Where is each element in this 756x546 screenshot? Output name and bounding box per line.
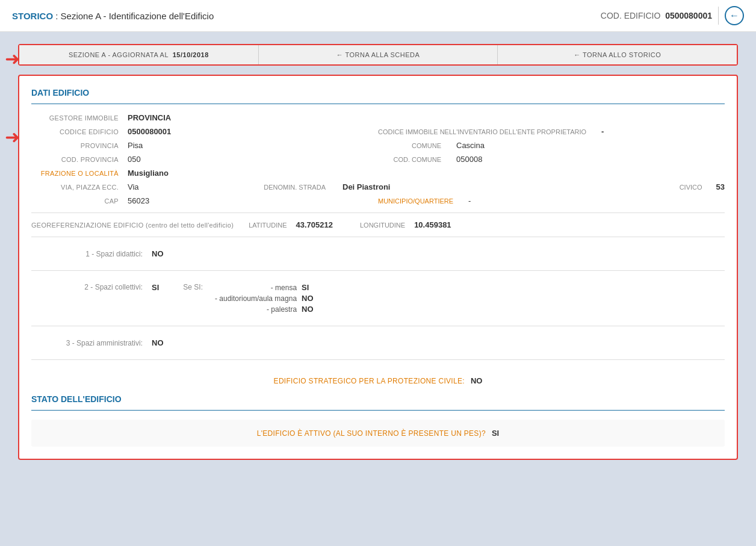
municipio-label: MUNICIPIO/QUARTIERE: [378, 197, 462, 205]
section-divider: [31, 104, 725, 104]
via-value: Via: [128, 182, 139, 191]
top-bar-right: COD. EDIFICIO 0500080001 ←: [601, 6, 744, 25]
denomin-value: Dei Piastroni: [342, 182, 390, 191]
back-icon: ←: [730, 10, 739, 21]
attivo-label: L'EDIFICIO È ATTIVO (AL SUO INTERNO È PR…: [257, 429, 486, 438]
storico-label: STORICO: [12, 11, 53, 21]
municipio-value: -: [468, 196, 471, 205]
cod-provincia-label: COD. PROVINCIA: [31, 156, 128, 163]
torna-storico-btn[interactable]: ← TORNA ALLO STORICO: [497, 45, 737, 64]
auditorium-label: - auditorioum/aula magna: [215, 294, 297, 303]
cod-edificio-label: COD. EDIFICIO: [601, 11, 661, 20]
auditorium-value: NO: [302, 294, 317, 303]
stato-divider: [31, 410, 725, 411]
divider-geo: [31, 213, 725, 213]
page-subtitle: : Sezione A - Identificazione dell'Edifi…: [55, 11, 214, 21]
attivo-value: SI: [492, 429, 499, 438]
vertical-separator: [718, 7, 719, 25]
comune-value: Cascina: [456, 141, 485, 150]
cod-provincia-value: 050: [128, 155, 141, 164]
palestra-value: NO: [302, 305, 317, 314]
comune-right: COMUNE Cascina: [378, 141, 725, 150]
spazi-collettivi-label: 2 - Spazi collettivi:: [31, 283, 152, 291]
attivo-row: L'EDIFICIO È ATTIVO (AL SUO INTERNO È PR…: [31, 420, 725, 447]
cod-comune-value: 050008: [456, 155, 482, 164]
torna-storico-label: ← TORNA ALLO STORICO: [574, 51, 661, 58]
lat-label: LATITUDINE: [249, 222, 287, 229]
dati-edificio-title: DATI EDIFICIO: [31, 88, 725, 98]
gestore-label: GESTORE IMMOBILE: [31, 114, 128, 122]
via-left: VIA, PIAZZA ECC. Via: [31, 182, 262, 191]
frazione-label: FRAZIONE O LOCALITÀ: [31, 170, 128, 177]
frazione-value: Musigliano: [128, 169, 169, 178]
palestra-item: - palestra NO: [267, 305, 317, 314]
sezione-aggiornata-label: SEZIONE A - AGGIORNATA AL: [69, 51, 169, 58]
spazi-amministrativi-label: 3 - Spazi amministrativi:: [31, 339, 152, 347]
codice-edificio-value: 0500080001: [128, 127, 171, 136]
geo-label: GEOREFERENZIAZIONE EDIFICIO (centro del …: [31, 222, 234, 229]
palestra-label: - palestra: [267, 305, 297, 314]
stato-edificio-title: STATO DELL'EDIFICIO: [31, 394, 725, 404]
page-title: STORICO : Sezione A - Identificazione de…: [12, 11, 214, 21]
provincia-row: PROVINCIA Pisa COMUNE Cascina: [31, 141, 725, 150]
via-label: VIA, PIAZZA ECC.: [31, 184, 128, 191]
spazi-collettivi-row: 2 - Spazi collettivi: SI Se SI: - mensa …: [31, 278, 725, 318]
codice-inventario-value: -: [601, 127, 604, 136]
nav-buttons-wrapper: SEZIONE A - AGGIORNATA AL 15/10/2018 ← T…: [18, 44, 738, 66]
main-content: ➜ ➜ SEZIONE A - AGGIORNATA AL 15/10/2018…: [0, 32, 756, 472]
denomin-right: DENOMIN. STRADA Dei Piastroni CIVICO 53: [262, 182, 725, 191]
torna-scheda-label: ← TORNA ALLA SCHEDA: [336, 51, 420, 58]
sezione-aggiornata-btn[interactable]: SEZIONE A - AGGIORNATA AL 15/10/2018: [19, 45, 258, 64]
cod-comune-right: COD. COMUNE 050008: [378, 155, 725, 164]
codice-left: CODICE EDIFICIO 0500080001: [31, 127, 378, 136]
mensa-value: SI: [302, 283, 317, 292]
geo-row: GEOREFERENZIAZIONE EDIFICIO (centro del …: [31, 220, 725, 229]
codice-edificio-label: CODICE EDIFICIO: [31, 128, 128, 135]
stato-edificio-section: STATO DELL'EDIFICIO L'EDIFICIO È ATTIVO …: [31, 394, 725, 447]
lon-label: LONGITUDINE: [360, 222, 405, 229]
spazi-amministrativi-value: NO: [152, 338, 164, 347]
top-bar: STORICO : Sezione A - Identificazione de…: [0, 0, 756, 32]
divider-spazi2: [31, 270, 725, 271]
divider-spazi1: [31, 237, 725, 237]
comune-label: COMUNE: [378, 142, 450, 149]
edificio-strategico-row: EDIFICIO STRATEGICO PER LA PROTEZIONE CI…: [31, 367, 725, 391]
spazi-si-section: Se SI: - mensa SI - auditorioum/aula mag…: [183, 283, 725, 314]
mensa-label: - mensa: [271, 284, 297, 292]
frazione-row: FRAZIONE O LOCALITÀ Musigliano: [31, 169, 725, 178]
lon-value: 10.459381: [414, 220, 451, 229]
lat-value: 43.705212: [296, 220, 333, 229]
edificio-strategico-value: NO: [471, 376, 483, 385]
divider-strategico: [31, 359, 725, 360]
sub-items: - mensa SI - auditorioum/aula magna NO -…: [215, 283, 317, 314]
via-row: VIA, PIAZZA ECC. Via DENOMIN. STRADA Dei…: [31, 182, 725, 191]
cod-provincia-row: COD. PROVINCIA 050 COD. COMUNE 050008: [31, 155, 725, 164]
civico-value: 53: [716, 182, 725, 191]
denomin-label: DENOMIN. STRADA: [262, 184, 335, 191]
se-si-label: Se SI:: [183, 283, 203, 291]
provincia-left: PROVINCIA Pisa: [31, 141, 378, 150]
sezione-date: 15/10/2018: [173, 51, 209, 58]
municipio-right: MUNICIPIO/QUARTIERE -: [378, 196, 725, 205]
cod-edificio-value: 0500080001: [665, 11, 712, 20]
mensa-item: - mensa SI: [271, 283, 317, 292]
torna-scheda-btn[interactable]: ← TORNA ALLA SCHEDA: [258, 45, 498, 64]
cod-provincia-left: COD. PROVINCIA 050: [31, 155, 378, 164]
civico-label: CIVICO: [639, 184, 711, 191]
spazi-collettivi-value: SI: [152, 283, 159, 292]
gestore-value: PROVINCIA: [128, 113, 171, 122]
back-button[interactable]: ←: [725, 6, 744, 25]
auditorium-item: - auditorioum/aula magna NO: [215, 294, 317, 303]
divider-spazi3: [31, 326, 725, 326]
cap-row: CAP 56023 MUNICIPIO/QUARTIERE -: [31, 196, 725, 205]
provincia-label: PROVINCIA: [31, 142, 128, 149]
cap-label: CAP: [31, 197, 128, 205]
spazi-didattici-label: 1 - Spazi didattici:: [31, 250, 152, 258]
provincia-value: Pisa: [128, 141, 143, 150]
codice-right: CODICE IMMOBILE NELL'INVENTARIO DELL'ENT…: [378, 127, 725, 136]
main-card: DATI EDIFICIO GESTORE IMMOBILE PROVINCIA…: [18, 75, 738, 460]
cod-comune-label: COD. COMUNE: [378, 156, 450, 163]
cod-edificio: COD. EDIFICIO 0500080001: [601, 11, 712, 20]
spazi-didattici-row: 1 - Spazi didattici: NO: [31, 244, 725, 263]
spazi-amministrativi-row: 3 - Spazi amministrativi: NO: [31, 333, 725, 352]
